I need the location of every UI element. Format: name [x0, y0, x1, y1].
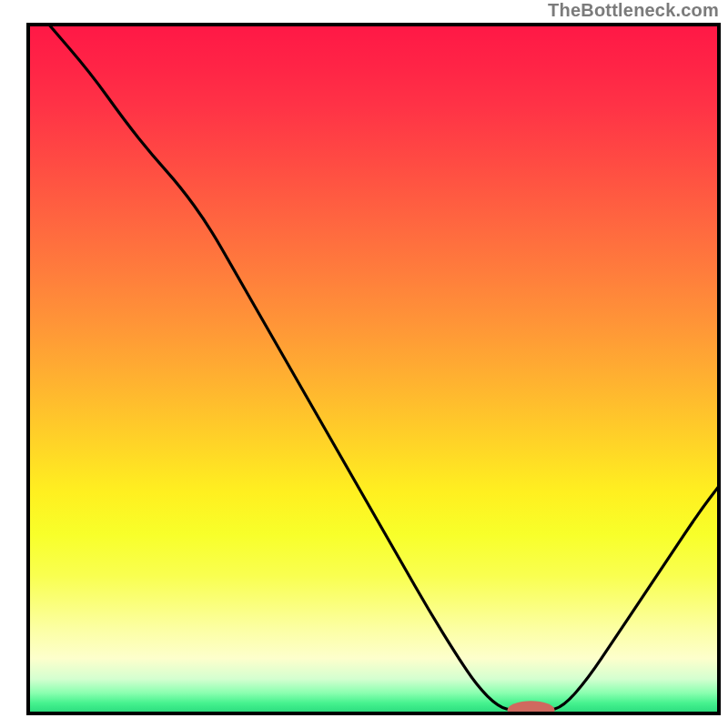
bottleneck-chart — [0, 0, 728, 728]
chart-stage: { "watermark": "TheBottleneck.com", "col… — [0, 0, 728, 728]
optimal-marker — [508, 701, 555, 719]
watermark-text: TheBottleneck.com — [548, 0, 719, 21]
